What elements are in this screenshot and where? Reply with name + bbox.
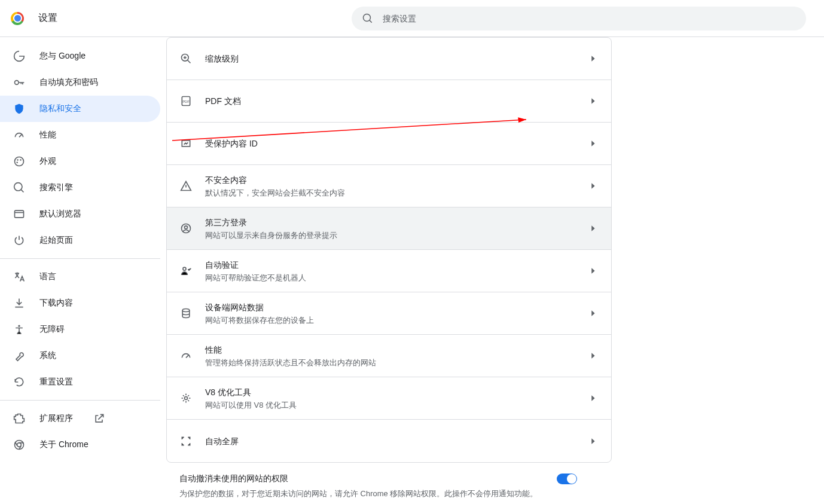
chevron-right-icon bbox=[588, 308, 598, 318]
search-icon bbox=[362, 13, 373, 24]
setting-row-warn[interactable]: 不安全内容默认情况下，安全网站会拦截不安全内容 bbox=[167, 165, 611, 207]
chevron-right-icon bbox=[588, 393, 598, 403]
sidebar-item-label: 性能 bbox=[39, 130, 56, 140]
row-title: 不安全内容 bbox=[205, 174, 588, 186]
row-title: 设备端网站数据 bbox=[205, 301, 588, 313]
shield-icon bbox=[13, 103, 25, 115]
palette-icon bbox=[13, 155, 25, 167]
chevron-right-icon bbox=[588, 436, 598, 446]
sidebar-item-label: 扩展程序 bbox=[39, 413, 73, 424]
chevron-right-icon bbox=[588, 54, 598, 63]
sidebar-item-chrome[interactable]: 关于 Chrome bbox=[0, 432, 160, 458]
sidebar: 您与 Google自动填充和密码隐私和安全性能外观搜索引擎默认浏览器起始页面语言… bbox=[0, 37, 160, 504]
browser-icon bbox=[13, 208, 25, 220]
setting-row-v8[interactable]: V8 优化工具网站可以使用 V8 优化工具 bbox=[167, 377, 611, 420]
row-title: 自动验证 bbox=[205, 259, 588, 271]
sidebar-item-label: 起始页面 bbox=[39, 235, 73, 246]
chevron-right-icon bbox=[588, 139, 598, 148]
sidebar-item-label: 外观 bbox=[39, 156, 56, 167]
sidebar-item-label: 系统 bbox=[39, 350, 56, 361]
row-subtitle: 管理将始终保持活跃状态且不会释放出内存的网站 bbox=[205, 358, 588, 368]
sidebar-item-reset[interactable]: 重置设置 bbox=[0, 369, 160, 395]
sidebar-item-search[interactable]: 搜索引擎 bbox=[0, 175, 160, 201]
auto-revoke-section: 自动撤消未使用的网站的权限 为保护您的数据，对于您近期未访问的网站，请允许 Ch… bbox=[166, 463, 612, 504]
sidebar-item-wrench[interactable]: 系统 bbox=[0, 343, 160, 369]
row-subtitle: 网站可将数据保存在您的设备上 bbox=[205, 315, 588, 326]
sidebar-item-speed[interactable]: 性能 bbox=[0, 122, 160, 148]
header: 设置 bbox=[0, 0, 824, 37]
settings-card: 缩放级别PDF 文档受保护内容 ID不安全内容默认情况下，安全网站会拦截不安全内… bbox=[166, 37, 612, 463]
protected-icon bbox=[180, 138, 192, 149]
row-title: 性能 bbox=[205, 344, 588, 356]
chevron-right-icon bbox=[588, 224, 598, 233]
row-subtitle: 默认情况下，安全网站会拦截不安全内容 bbox=[205, 188, 588, 198]
setting-row-person[interactable]: 第三方登录网站可以显示来自身份服务的登录提示 bbox=[167, 207, 611, 250]
sidebar-item-shield[interactable]: 隐私和安全 bbox=[0, 96, 160, 122]
sidebar-item-palette[interactable]: 外观 bbox=[0, 148, 160, 175]
content: 缩放级别PDF 文档受保护内容 ID不安全内容默认情况下，安全网站会拦截不安全内… bbox=[160, 37, 824, 504]
row-subtitle: 网站可以显示来自身份服务的登录提示 bbox=[205, 230, 588, 241]
sidebar-item-label: 关于 Chrome bbox=[39, 439, 88, 450]
chevron-right-icon bbox=[588, 266, 598, 276]
sidebar-item-label: 搜索引擎 bbox=[39, 182, 73, 193]
pdf-icon bbox=[180, 95, 192, 107]
sidebar-item-ext[interactable]: 扩展程序 bbox=[0, 405, 160, 432]
wrench-icon bbox=[13, 350, 25, 362]
setting-row-db[interactable]: 设备端网站数据网站可将数据保存在您的设备上 bbox=[167, 292, 611, 335]
auto-revoke-desc: 为保护您的数据，对于您近期未访问的网站，请允许 Chrome 移除网站权限。此操… bbox=[179, 488, 599, 500]
sidebar-item-label: 自动填充和密码 bbox=[39, 77, 98, 88]
chevron-right-icon bbox=[588, 96, 598, 106]
db-icon bbox=[180, 307, 192, 319]
sidebar-item-a11y[interactable]: 无障碍 bbox=[0, 316, 160, 343]
sidebar-item-download[interactable]: 下载内容 bbox=[0, 290, 160, 316]
speed-icon bbox=[13, 129, 25, 141]
chrome-logo-icon bbox=[11, 12, 24, 25]
chevron-right-icon bbox=[588, 181, 598, 191]
sidebar-item-label: 默认浏览器 bbox=[39, 209, 81, 219]
header-title: 设置 bbox=[38, 12, 57, 25]
row-title: 第三方登录 bbox=[205, 216, 588, 228]
sidebar-item-g[interactable]: 您与 Google bbox=[0, 43, 160, 69]
search-settings[interactable] bbox=[352, 7, 806, 30]
download-icon bbox=[13, 297, 25, 309]
sidebar-item-label: 您与 Google bbox=[39, 51, 86, 62]
sidebar-item-lang[interactable]: 语言 bbox=[0, 264, 160, 290]
setting-row-protected[interactable]: 受保护内容 ID bbox=[167, 123, 611, 165]
setting-row-pdf[interactable]: PDF 文档 bbox=[167, 80, 611, 123]
sidebar-item-label: 重置设置 bbox=[39, 377, 73, 387]
setting-row-verify[interactable]: 自动验证网站可帮助验证您不是机器人 bbox=[167, 250, 611, 292]
g-icon bbox=[13, 50, 25, 62]
setting-row-speed[interactable]: 性能管理将始终保持活跃状态且不会释放出内存的网站 bbox=[167, 335, 611, 377]
sidebar-item-power[interactable]: 起始页面 bbox=[0, 227, 160, 253]
lang-icon bbox=[13, 271, 25, 283]
row-title: 缩放级别 bbox=[205, 53, 588, 65]
row-subtitle: 网站可帮助验证您不是机器人 bbox=[205, 273, 588, 283]
sidebar-item-label: 语言 bbox=[39, 271, 56, 282]
row-subtitle: 网站可以使用 V8 优化工具 bbox=[205, 400, 588, 411]
external-link-icon bbox=[93, 413, 105, 424]
v8-icon bbox=[180, 392, 192, 404]
verify-icon bbox=[180, 265, 192, 277]
search-icon bbox=[13, 182, 25, 194]
power-icon bbox=[13, 234, 25, 246]
row-title: V8 优化工具 bbox=[205, 386, 588, 398]
sidebar-item-label: 隐私和安全 bbox=[39, 103, 81, 114]
search-input[interactable] bbox=[383, 14, 795, 23]
sidebar-item-browser[interactable]: 默认浏览器 bbox=[0, 201, 160, 227]
sidebar-item-key[interactable]: 自动填充和密码 bbox=[0, 69, 160, 96]
ext-icon bbox=[13, 413, 25, 424]
row-title: 自动全屏 bbox=[205, 435, 588, 447]
sidebar-item-label: 无障碍 bbox=[39, 324, 65, 335]
warn-icon bbox=[180, 180, 192, 192]
row-title: PDF 文档 bbox=[205, 95, 588, 107]
a11y-icon bbox=[13, 323, 25, 335]
setting-row-zoom[interactable]: 缩放级别 bbox=[167, 38, 611, 80]
auto-revoke-title: 自动撤消未使用的网站的权限 bbox=[179, 474, 599, 484]
row-title: 受保护内容 ID bbox=[205, 138, 588, 149]
key-icon bbox=[13, 77, 25, 88]
sidebar-item-label: 下载内容 bbox=[39, 298, 73, 308]
auto-revoke-toggle[interactable] bbox=[557, 474, 577, 484]
chevron-right-icon bbox=[588, 351, 598, 361]
setting-row-fullscreen[interactable]: 自动全屏 bbox=[167, 420, 611, 462]
fullscreen-icon bbox=[180, 435, 192, 447]
